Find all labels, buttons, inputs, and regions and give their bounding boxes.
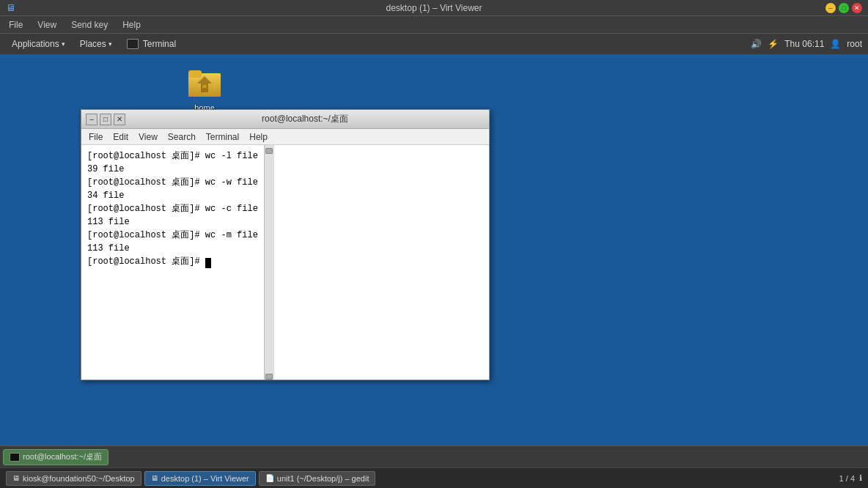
terminal-line-2: 39 file	[87, 163, 258, 176]
gedit-icon: 📄	[265, 474, 274, 482]
outer-bottombar-right: 1 / 4 ℹ	[839, 473, 862, 483]
maximize-button[interactable]: □	[839, 3, 849, 13]
taskbar-terminal-icon	[10, 453, 20, 462]
applications-label: Applications	[12, 39, 59, 49]
outer-window-controls: – □ ✕	[825, 3, 862, 13]
terminal-line-8: 113 file	[87, 242, 258, 255]
guest-topbar-right: 🔊 ⚡ Thu 06:11 👤 root	[751, 39, 862, 49]
outer-titlebar: 🖥 desktop (1) – Virt Viewer – □ ✕	[0, 0, 868, 16]
minimize-button[interactable]: –	[825, 3, 836, 13]
scroll-up-arrow[interactable]	[265, 148, 273, 154]
terminal-titlebar: – □ ✕ root@localhost:~/桌面	[81, 110, 489, 129]
outer-taskbar-item-virtviewer[interactable]: 🖥 desktop (1) – Virt Viewer	[144, 471, 256, 486]
desktop-icon-home[interactable]: home	[179, 64, 230, 113]
user-icon[interactable]: 👤	[830, 39, 841, 49]
clock: Thu 06:11	[784, 39, 824, 49]
terminal-scrollbar[interactable]	[264, 145, 274, 380]
taskbar-terminal-label: root@localhost:~/桌面	[23, 451, 102, 462]
terminal-maximize-btn[interactable]: □	[100, 114, 111, 125]
terminal-menu[interactable]: Terminal	[121, 37, 182, 51]
outer-menubar: File View Send key Help	[0, 16, 868, 34]
terminal-line-3: [root@localhost 桌面]# wc -w file	[87, 176, 258, 189]
terminal-line-4: 34 file	[87, 189, 258, 202]
outer-window: 🖥 desktop (1) – Virt Viewer – □ ✕ File V…	[0, 0, 868, 488]
bluetooth-icon[interactable]: ⚡	[768, 39, 779, 49]
outer-taskbar-item-gedit[interactable]: 📄 unit1 (~/Desktop/j) – gedit	[259, 471, 376, 486]
close-button[interactable]: ✕	[852, 3, 862, 13]
applications-arrow: ▾	[62, 40, 65, 48]
terminal-line-9: [root@localhost 桌面]#	[87, 255, 258, 268]
volume-icon[interactable]: 🔊	[751, 39, 762, 49]
menu-sendkey[interactable]: Send key	[65, 18, 114, 32]
guest-taskbar: root@localhost:~/桌面	[0, 446, 868, 467]
virt-viewer-icon: 🖥	[6, 2, 15, 13]
outer-taskbar: 🖥 kiosk@foundation50:~/Desktop 🖥 desktop…	[0, 467, 868, 488]
outer-taskbar-item-kiosk[interactable]: 🖥 kiosk@foundation50:~/Desktop	[6, 471, 141, 486]
menu-view[interactable]: View	[32, 18, 62, 32]
menu-file[interactable]: File	[3, 18, 29, 32]
terminal-menu-edit[interactable]: Edit	[108, 131, 133, 143]
kiosk-label: kiosk@foundation50:~/Desktop	[23, 474, 135, 483]
terminal-window: – □ ✕ root@localhost:~/桌面 File Edit View…	[81, 109, 490, 380]
terminal-minimize-btn[interactable]: –	[86, 114, 98, 125]
cursor	[205, 258, 211, 268]
outer-window-title: desktop (1) – Virt Viewer	[386, 3, 482, 13]
virtviewer-label: desktop (1) – Virt Viewer	[161, 474, 249, 483]
terminal-menu-search[interactable]: Search	[163, 131, 200, 143]
kiosk-icon: 🖥	[12, 474, 20, 482]
home-folder-icon	[187, 64, 222, 100]
info-icon[interactable]: ℹ	[859, 473, 862, 483]
outer-topbar-left: 🖥	[6, 2, 24, 13]
terminal-body[interactable]: [root@localhost 桌面]# wc -l file 39 file …	[81, 145, 264, 380]
terminal-line-5: [root@localhost 桌面]# wc -c file	[87, 202, 258, 215]
terminal-menu-view[interactable]: View	[134, 131, 162, 143]
terminal-icon	[127, 39, 139, 49]
terminal-menubar: File Edit View Search Terminal Help	[81, 129, 489, 145]
places-arrow: ▾	[108, 40, 112, 48]
terminal-menu-file[interactable]: File	[84, 131, 107, 143]
guest-taskbar-terminal[interactable]: root@localhost:~/桌面	[3, 449, 108, 465]
menu-help[interactable]: Help	[117, 18, 147, 32]
svg-rect-5	[203, 85, 207, 88]
svg-rect-2	[188, 70, 202, 78]
applications-menu[interactable]: Applications ▾	[6, 37, 71, 51]
terminal-controls: – □ ✕	[86, 114, 125, 125]
terminal-menu-help[interactable]: Help	[245, 131, 272, 143]
terminal-line-6: 113 file	[87, 215, 258, 229]
vm-display: Applications ▾ Places ▾ Terminal 🔊 ⚡ Thu…	[0, 34, 868, 467]
scroll-down-arrow[interactable]	[265, 374, 273, 380]
terminal-close-btn[interactable]: ✕	[114, 114, 125, 125]
terminal-label: Terminal	[143, 39, 176, 49]
username: root	[847, 39, 862, 49]
terminal-line-7: [root@localhost 桌面]# wc -m file	[87, 229, 258, 242]
outer-taskbar-items: 🖥 kiosk@foundation50:~/Desktop 🖥 desktop…	[6, 471, 375, 486]
virtviewer-icon: 🖥	[151, 474, 158, 482]
page-indicator: 1 / 4	[839, 474, 855, 483]
terminal-line-1: [root@localhost 桌面]# wc -l file	[87, 149, 258, 163]
places-menu[interactable]: Places ▾	[74, 37, 118, 51]
terminal-window-title: root@localhost:~/桌面	[125, 113, 485, 125]
guest-topbar: Applications ▾ Places ▾ Terminal 🔊 ⚡ Thu…	[0, 34, 868, 54]
places-label: Places	[80, 39, 106, 49]
gedit-label: unit1 (~/Desktop/j) – gedit	[277, 474, 369, 483]
terminal-menu-terminal[interactable]: Terminal	[202, 131, 243, 143]
guest-topbar-left: Applications ▾ Places ▾ Terminal	[6, 37, 182, 51]
